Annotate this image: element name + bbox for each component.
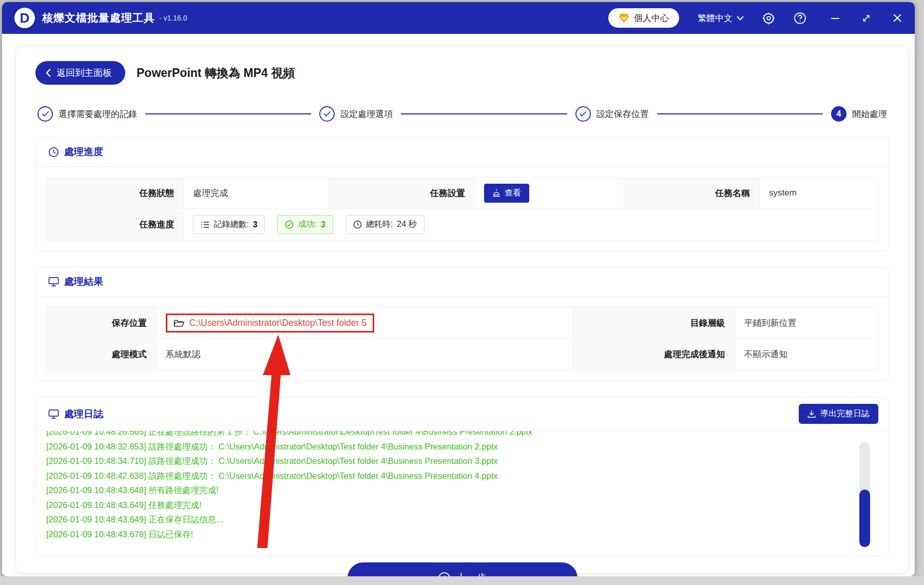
task-name-value: system — [760, 178, 878, 209]
result-table: 保存位置 C:\Users\Administrator\Desktop\Test… — [46, 307, 878, 371]
task-settings-cell: 查看 — [475, 178, 618, 209]
dir-level-label: 目錄層級 — [573, 307, 735, 339]
step-2-label: 設定處理選項 — [340, 108, 393, 120]
log-line: [2026-01-09 10:48:32.853] 該路徑處理成功： C:\Us… — [46, 439, 889, 454]
chevron-left-circle-icon — [438, 572, 451, 576]
log-section: 處理日誌 導出完整日誌 [2026-01-09 — [35, 397, 889, 556]
user-center-button[interactable]: 個人中心 — [608, 8, 679, 28]
records-label: 記錄總數: — [214, 219, 248, 230]
chevron-down-icon — [737, 16, 744, 21]
log-scrollbar-thumb[interactable] — [859, 490, 870, 547]
monitor-icon — [48, 409, 59, 419]
user-center-label: 個人中心 — [634, 12, 669, 24]
language-selector[interactable]: 繁體中文 — [698, 12, 744, 24]
progress-section: 處理進度 任務狀態 處理完成 任務設置 — [35, 137, 889, 251]
log-line: [2026-01-09 10:48:34.710] 該路徑處理成功： C:\Us… — [46, 454, 889, 469]
duration-label: 總耗時: — [366, 219, 393, 230]
step-3-check-icon — [575, 106, 591, 122]
records-count-badge: 記錄總數: 3 — [193, 215, 265, 234]
step-connector — [145, 113, 311, 114]
gem-icon — [619, 13, 629, 23]
back-to-dashboard-button[interactable]: 返回到主面板 — [35, 61, 125, 85]
clock-icon — [48, 147, 59, 158]
success-label: 成功: — [298, 219, 316, 230]
view-button-label: 查看 — [505, 188, 521, 199]
save-location-path: C:\Users\Administrator\Desktop\Test fold… — [189, 318, 367, 328]
step-1: 選擇需要處理的記錄 — [37, 106, 137, 122]
result-section-title: 處理結果 — [64, 275, 103, 288]
result-section: 處理結果 保存位置 — [35, 267, 889, 381]
export-log-button[interactable]: 導出完整日誌 — [799, 404, 878, 424]
export-button-label: 導出完整日誌 — [820, 408, 870, 419]
duration-badge: 總耗時: 24 秒 — [345, 215, 425, 234]
desktop-background — [0, 576, 924, 585]
folder-open-icon — [174, 319, 184, 327]
log-line: [2026-01-09 10:48:43.648] 所有路徑處理完成! — [46, 483, 889, 498]
step-indicator: 選擇需要處理的記錄 設定處理選項 設定保存位置 — [35, 106, 889, 122]
task-name-label: 任務名稱 — [618, 178, 760, 209]
app-logo-icon: D — [14, 8, 35, 28]
step-connector — [657, 113, 823, 114]
progress-table: 任務狀態 處理完成 任務設置 — [46, 177, 878, 241]
clock-icon — [353, 220, 362, 229]
save-location-label: 保存位置 — [47, 307, 157, 339]
monitor-icon — [48, 277, 59, 287]
log-line: [2026-01-09 10:48:43.649] 任務處理完成! — [46, 498, 889, 513]
page-header: 返回到主面板 PowerPoint 轉換為 MP4 視頻 — [35, 61, 889, 85]
help-icon[interactable] — [794, 12, 806, 25]
success-value: 3 — [321, 220, 325, 229]
language-label: 繁體中文 — [698, 12, 733, 24]
step-connector — [401, 113, 567, 114]
process-mode-label: 處理模式 — [47, 339, 157, 370]
step-4: 4 開始處理 — [831, 106, 887, 122]
log-line: [2026-01-09 10:48:26.565] 正在處理該路徑的第 1 步：… — [46, 431, 889, 439]
maximize-button[interactable] — [861, 13, 872, 24]
dir-level-value: 平鋪到新位置 — [735, 307, 878, 339]
notify-label: 處理完成後通知 — [573, 339, 735, 370]
step-2-check-icon — [319, 106, 335, 122]
close-button[interactable] — [892, 13, 902, 23]
log-viewport[interactable]: [2026-01-09 10:48:26.565] 正在處理該路徑的第 1 步：… — [36, 431, 889, 556]
log-section-header: 處理日誌 導出完整日誌 — [36, 397, 889, 431]
step-3-label: 設定保存位置 — [596, 108, 649, 120]
download-icon — [807, 410, 816, 418]
back-button-label: 返回到主面板 — [56, 67, 112, 79]
step-1-label: 選擇需要處理的記錄 — [59, 108, 137, 120]
duration-value: 24 秒 — [397, 219, 416, 230]
check-circle-icon — [285, 220, 294, 229]
process-mode-value: 系統默認 — [157, 339, 573, 370]
page-title: PowerPoint 轉換為 MP4 視頻 — [137, 65, 295, 81]
log-line: [2026-01-09 10:48:43.649] 正在保存日誌信息... — [46, 512, 889, 527]
log-line: [2026-01-09 10:48:43.678] 日誌已保存! — [46, 527, 889, 542]
task-settings-label: 任務設置 — [329, 178, 474, 209]
app-window: D 核爍文檔批量處理工具 - v1.16.0 個人中心 繁體中文 — [2, 2, 915, 576]
result-section-header: 處理結果 — [36, 267, 889, 297]
task-status-value: 處理完成 — [184, 178, 329, 209]
view-icon — [492, 189, 500, 197]
save-location-cell: C:\Users\Administrator\Desktop\Test fold… — [157, 307, 573, 339]
records-value: 3 — [253, 220, 258, 229]
log-lines: [2026-01-09 10:48:26.565] 正在處理該路徑的第 1 步：… — [46, 431, 889, 541]
task-progress-cell: 記錄總數: 3 成功: — [184, 209, 878, 240]
previous-step-button[interactable]: 上一步 — [348, 562, 578, 576]
log-scrollbar-track[interactable] — [859, 442, 870, 547]
main-content: 返回到主面板 PowerPoint 轉換為 MP4 視頻 選擇需要處理的記錄 — [2, 34, 915, 576]
save-location-link[interactable]: C:\Users\Administrator\Desktop\Test fold… — [166, 314, 374, 333]
notify-value: 不顯示通知 — [735, 339, 878, 370]
chevron-left-icon — [46, 68, 51, 77]
success-count-badge: 成功: 3 — [277, 215, 333, 234]
step-4-number: 4 — [831, 106, 846, 122]
step-2: 設定處理選項 — [319, 106, 393, 122]
title-bar: D 核爍文檔批量處理工具 - v1.16.0 個人中心 繁體中文 — [2, 2, 915, 34]
app-version: - v1.16.0 — [159, 14, 187, 22]
task-status-label: 任務狀態 — [47, 178, 184, 209]
app-title: 核爍文檔批量處理工具 — [42, 11, 155, 25]
minimize-button[interactable] — [830, 13, 840, 23]
content-card: 返回到主面板 PowerPoint 轉換為 MP4 視頻 選擇需要處理的記錄 — [15, 45, 909, 574]
list-icon — [201, 221, 209, 229]
previous-step-label: 上一步 — [456, 571, 487, 576]
view-settings-button[interactable]: 查看 — [484, 184, 529, 203]
settings-gear-icon[interactable] — [762, 12, 775, 25]
log-section-title: 處理日誌 — [64, 407, 103, 421]
progress-section-title: 處理進度 — [64, 145, 103, 159]
